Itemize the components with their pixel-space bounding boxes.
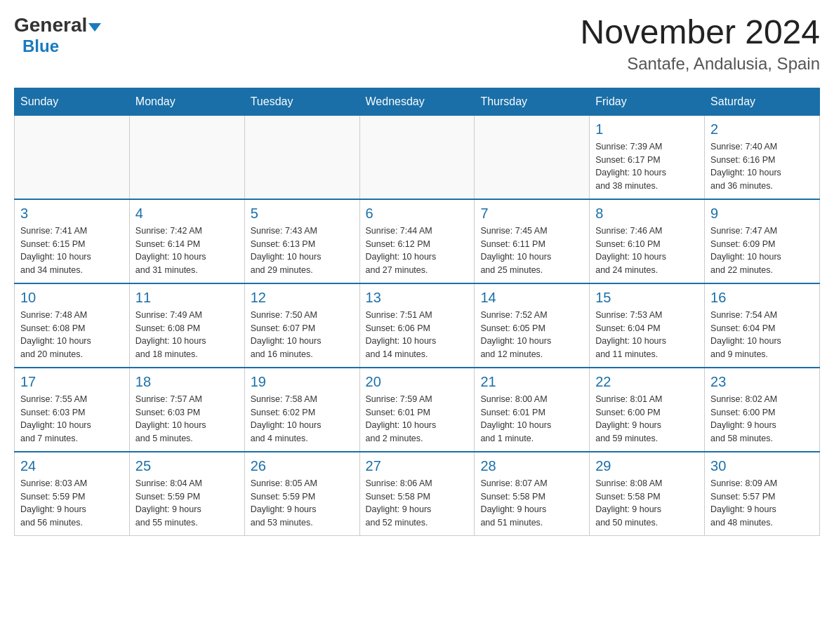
day-info: Sunrise: 8:03 AM Sunset: 5:59 PM Dayligh… xyxy=(20,477,124,530)
day-info: Sunrise: 8:06 AM Sunset: 5:58 PM Dayligh… xyxy=(366,477,469,530)
day-info: Sunrise: 7:52 AM Sunset: 6:05 PM Dayligh… xyxy=(480,309,583,361)
table-row xyxy=(359,115,475,199)
day-info: Sunrise: 8:09 AM Sunset: 5:57 PM Dayligh… xyxy=(710,477,814,530)
table-row: 30Sunrise: 8:09 AM Sunset: 5:57 PM Dayli… xyxy=(705,452,820,536)
table-row: 25Sunrise: 8:04 AM Sunset: 5:59 PM Dayli… xyxy=(129,452,244,536)
day-info: Sunrise: 7:55 AM Sunset: 6:03 PM Dayligh… xyxy=(20,393,124,445)
day-number: 20 xyxy=(366,374,469,390)
day-info: Sunrise: 7:43 AM Sunset: 6:13 PM Dayligh… xyxy=(251,224,354,277)
logo: General Blue xyxy=(14,14,102,56)
day-number: 24 xyxy=(20,458,124,474)
day-info: Sunrise: 7:54 AM Sunset: 6:04 PM Dayligh… xyxy=(710,309,814,361)
day-number: 7 xyxy=(480,206,583,222)
day-info: Sunrise: 8:04 AM Sunset: 5:59 PM Dayligh… xyxy=(135,477,239,530)
calendar-header-row: Sunday Monday Tuesday Wednesday Thursday… xyxy=(15,88,820,115)
table-row: 28Sunrise: 8:07 AM Sunset: 5:58 PM Dayli… xyxy=(475,452,590,536)
day-number: 9 xyxy=(710,206,814,222)
day-info: Sunrise: 7:44 AM Sunset: 6:12 PM Dayligh… xyxy=(366,224,469,277)
day-info: Sunrise: 7:50 AM Sunset: 6:07 PM Dayligh… xyxy=(251,309,354,361)
table-row: 14Sunrise: 7:52 AM Sunset: 6:05 PM Dayli… xyxy=(475,283,590,368)
page-header: General Blue November 2024 Santafe, Anda… xyxy=(14,14,820,74)
day-info: Sunrise: 7:53 AM Sunset: 6:04 PM Dayligh… xyxy=(595,309,699,361)
col-monday: Monday xyxy=(129,88,244,115)
col-saturday: Saturday xyxy=(705,88,820,115)
day-info: Sunrise: 7:39 AM Sunset: 6:17 PM Dayligh… xyxy=(595,140,699,193)
logo-blue-text: Blue xyxy=(22,36,59,56)
day-info: Sunrise: 8:02 AM Sunset: 6:00 PM Dayligh… xyxy=(710,393,814,445)
day-number: 25 xyxy=(135,458,239,474)
table-row: 26Sunrise: 8:05 AM Sunset: 5:59 PM Dayli… xyxy=(244,452,359,536)
table-row: 24Sunrise: 8:03 AM Sunset: 5:59 PM Dayli… xyxy=(15,452,130,536)
table-row: 9Sunrise: 7:47 AM Sunset: 6:09 PM Daylig… xyxy=(705,199,820,283)
table-row: 11Sunrise: 7:49 AM Sunset: 6:08 PM Dayli… xyxy=(129,283,244,368)
table-row: 18Sunrise: 7:57 AM Sunset: 6:03 PM Dayli… xyxy=(129,368,244,452)
day-number: 12 xyxy=(251,290,354,306)
day-info: Sunrise: 7:42 AM Sunset: 6:14 PM Dayligh… xyxy=(135,224,239,277)
day-number: 17 xyxy=(20,374,124,390)
day-number: 18 xyxy=(135,374,239,390)
table-row: 21Sunrise: 8:00 AM Sunset: 6:01 PM Dayli… xyxy=(475,368,590,452)
table-row: 5Sunrise: 7:43 AM Sunset: 6:13 PM Daylig… xyxy=(244,199,359,283)
day-info: Sunrise: 8:05 AM Sunset: 5:59 PM Dayligh… xyxy=(251,477,354,530)
day-number: 29 xyxy=(595,458,699,474)
day-info: Sunrise: 7:41 AM Sunset: 6:15 PM Dayligh… xyxy=(20,224,124,277)
table-row: 27Sunrise: 8:06 AM Sunset: 5:58 PM Dayli… xyxy=(359,452,475,536)
table-row: 22Sunrise: 8:01 AM Sunset: 6:00 PM Dayli… xyxy=(590,368,705,452)
day-info: Sunrise: 8:00 AM Sunset: 6:01 PM Dayligh… xyxy=(480,393,583,445)
col-friday: Friday xyxy=(590,88,705,115)
logo-general-text: General xyxy=(14,14,87,36)
table-row: 23Sunrise: 8:02 AM Sunset: 6:00 PM Dayli… xyxy=(705,368,820,452)
col-thursday: Thursday xyxy=(475,88,590,115)
day-info: Sunrise: 7:45 AM Sunset: 6:11 PM Dayligh… xyxy=(480,224,583,277)
day-info: Sunrise: 8:08 AM Sunset: 5:58 PM Dayligh… xyxy=(595,477,699,530)
day-number: 6 xyxy=(366,206,469,222)
table-row: 1Sunrise: 7:39 AM Sunset: 6:17 PM Daylig… xyxy=(590,115,705,199)
calendar-week-row: 24Sunrise: 8:03 AM Sunset: 5:59 PM Dayli… xyxy=(15,452,820,536)
table-row: 13Sunrise: 7:51 AM Sunset: 6:06 PM Dayli… xyxy=(359,283,475,368)
table-row: 20Sunrise: 7:59 AM Sunset: 6:01 PM Dayli… xyxy=(359,368,475,452)
day-number: 23 xyxy=(710,374,814,390)
day-info: Sunrise: 7:46 AM Sunset: 6:10 PM Dayligh… xyxy=(595,224,699,277)
table-row xyxy=(475,115,590,199)
table-row xyxy=(15,115,130,199)
day-number: 11 xyxy=(135,290,239,306)
day-info: Sunrise: 7:40 AM Sunset: 6:16 PM Dayligh… xyxy=(710,140,814,193)
day-number: 26 xyxy=(251,458,354,474)
calendar-table: Sunday Monday Tuesday Wednesday Thursday… xyxy=(14,88,820,536)
table-row: 16Sunrise: 7:54 AM Sunset: 6:04 PM Dayli… xyxy=(705,283,820,368)
day-number: 13 xyxy=(366,290,469,306)
day-number: 15 xyxy=(595,290,699,306)
calendar-week-row: 1Sunrise: 7:39 AM Sunset: 6:17 PM Daylig… xyxy=(15,115,820,199)
day-info: Sunrise: 7:48 AM Sunset: 6:08 PM Dayligh… xyxy=(20,309,124,361)
table-row: 10Sunrise: 7:48 AM Sunset: 6:08 PM Dayli… xyxy=(15,283,130,368)
day-number: 4 xyxy=(135,206,239,222)
logo-triangle-icon xyxy=(88,23,101,32)
day-info: Sunrise: 7:59 AM Sunset: 6:01 PM Dayligh… xyxy=(366,393,469,445)
day-number: 21 xyxy=(480,374,583,390)
table-row: 6Sunrise: 7:44 AM Sunset: 6:12 PM Daylig… xyxy=(359,199,475,283)
table-row xyxy=(244,115,359,199)
day-number: 28 xyxy=(480,458,583,474)
day-info: Sunrise: 8:07 AM Sunset: 5:58 PM Dayligh… xyxy=(480,477,583,530)
day-number: 27 xyxy=(366,458,469,474)
day-info: Sunrise: 7:49 AM Sunset: 6:08 PM Dayligh… xyxy=(135,309,239,361)
calendar-title: November 2024 xyxy=(580,14,820,51)
title-block: November 2024 Santafe, Andalusia, Spain xyxy=(580,14,820,74)
day-info: Sunrise: 8:01 AM Sunset: 6:00 PM Dayligh… xyxy=(595,393,699,445)
col-sunday: Sunday xyxy=(15,88,130,115)
day-number: 2 xyxy=(710,121,814,137)
table-row: 7Sunrise: 7:45 AM Sunset: 6:11 PM Daylig… xyxy=(475,199,590,283)
table-row: 17Sunrise: 7:55 AM Sunset: 6:03 PM Dayli… xyxy=(15,368,130,452)
calendar-week-row: 10Sunrise: 7:48 AM Sunset: 6:08 PM Dayli… xyxy=(15,283,820,368)
table-row: 29Sunrise: 8:08 AM Sunset: 5:58 PM Dayli… xyxy=(590,452,705,536)
table-row xyxy=(129,115,244,199)
table-row: 15Sunrise: 7:53 AM Sunset: 6:04 PM Dayli… xyxy=(590,283,705,368)
day-number: 10 xyxy=(20,290,124,306)
table-row: 3Sunrise: 7:41 AM Sunset: 6:15 PM Daylig… xyxy=(15,199,130,283)
day-info: Sunrise: 7:47 AM Sunset: 6:09 PM Dayligh… xyxy=(710,224,814,277)
day-number: 19 xyxy=(251,374,354,390)
day-number: 1 xyxy=(595,121,699,137)
day-number: 14 xyxy=(480,290,583,306)
table-row: 12Sunrise: 7:50 AM Sunset: 6:07 PM Dayli… xyxy=(244,283,359,368)
table-row: 8Sunrise: 7:46 AM Sunset: 6:10 PM Daylig… xyxy=(590,199,705,283)
